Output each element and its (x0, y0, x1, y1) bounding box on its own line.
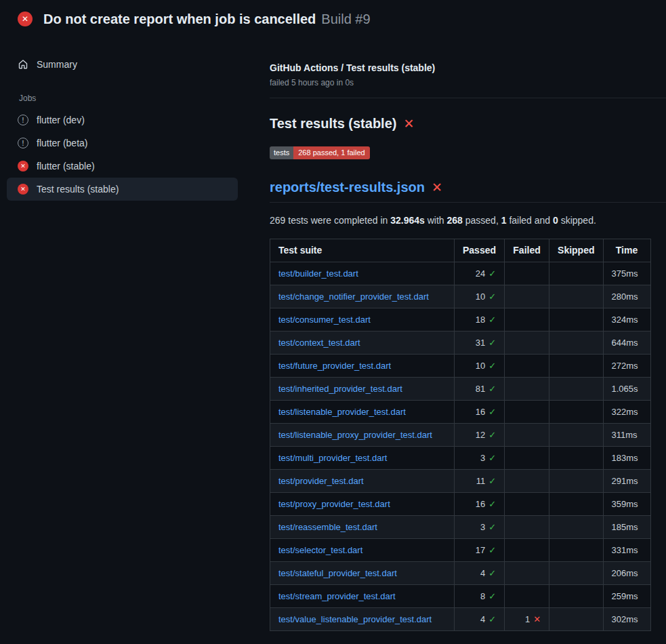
table-row: test/reassemble_test.dart 3✓ ✕ 185ms (270, 516, 651, 539)
time-cell: 359ms (603, 493, 650, 516)
test-suite-link[interactable]: test/context_test.dart (278, 338, 360, 348)
table-row: test/selector_test.dart 17✓ ✕ 331ms (270, 539, 651, 562)
passed-cell: 4✓ (455, 608, 505, 631)
run-build-number: Build #9 (321, 12, 370, 26)
sidebar-item-flutter-dev[interactable]: ! flutter (dev) (7, 108, 238, 132)
skipped-cell (549, 262, 603, 285)
test-suite-link[interactable]: test/listenable_provider_test.dart (278, 407, 406, 417)
badge-value: 268 passed, 1 failed (293, 146, 369, 159)
run-title-group: Do not create report when job is cancell… (43, 12, 371, 27)
test-suite-cell: test/builder_test.dart (270, 262, 455, 285)
table-row: test/context_test.dart 31✓ ✕ 644ms (270, 331, 651, 355)
run-failed-icon: ✕ (18, 12, 33, 26)
run-header: ✕ Do not create report when job is cance… (0, 0, 666, 38)
passed-count: 268 (447, 215, 463, 226)
column-header-time: Time (603, 239, 650, 262)
test-suite-link[interactable]: test/selector_test.dart (278, 545, 362, 555)
check-icon: ✓ (488, 499, 496, 509)
test-suite-cell: test/change_notifier_provider_test.dart (270, 285, 455, 308)
table-row: test/stream_provider_test.dart 8✓ ✕ 259m… (270, 585, 651, 608)
time-cell: 644ms (603, 331, 650, 355)
skipped-cell (549, 562, 603, 585)
warning-icon: ! (18, 138, 28, 148)
check-icon: ✓ (488, 315, 496, 325)
report-title: reports/test-results.json✕ (270, 180, 666, 203)
failed-cell: ✕ (505, 308, 549, 331)
failed-cell: ✕ (505, 447, 549, 470)
test-suite-cell: test/listenable_proxy_provider_test.dart (270, 424, 455, 447)
test-suite-link[interactable]: test/change_notifier_provider_test.dart (278, 291, 429, 302)
test-suite-cell: test/stream_provider_test.dart (270, 585, 455, 608)
skipped-cell (549, 493, 603, 516)
passed-cell: 8✓ (455, 585, 505, 608)
time-cell: 272ms (603, 355, 650, 378)
failed-cell: ✕ (505, 516, 549, 539)
report-link[interactable]: reports/test-results.json (270, 180, 425, 195)
test-suite-link[interactable]: test/value_listenable_provider_test.dart (278, 614, 432, 624)
skipped-cell (549, 424, 603, 447)
test-suite-link[interactable]: test/future_provider_test.dart (278, 361, 391, 371)
table-row: test/listenable_proxy_provider_test.dart… (270, 424, 651, 447)
test-suite-link[interactable]: test/builder_test.dart (278, 268, 358, 279)
test-suite-link[interactable]: test/consumer_test.dart (278, 315, 371, 325)
test-suite-cell: test/multi_provider_test.dart (270, 447, 455, 470)
badge-label: tests (270, 146, 293, 159)
time-cell: 311ms (603, 424, 650, 447)
test-suite-cell: test/consumer_test.dart (270, 308, 455, 331)
time-cell: 206ms (603, 562, 650, 585)
failed-cell: ✕ (505, 562, 549, 585)
time-cell: 322ms (603, 401, 650, 424)
sidebar-item-flutter-stable[interactable]: ✕ flutter (stable) (7, 155, 238, 178)
table-row: test/consumer_test.dart 18✓ ✕ 324ms (270, 308, 651, 331)
failed-cell: ✕ (505, 355, 549, 378)
skipped-cell (549, 470, 603, 493)
passed-cell: 17✓ (455, 539, 505, 562)
test-suite-link[interactable]: test/inherited_provider_test.dart (278, 384, 402, 394)
run-title: Do not create report when job is cancell… (43, 12, 316, 26)
table-row: test/inherited_provider_test.dart 81✓ ✕ … (270, 378, 651, 401)
test-suite-link[interactable]: test/stateful_provider_test.dart (278, 568, 397, 578)
results-table: Test suite Passed Failed Skipped Time te… (270, 239, 651, 631)
failed-x-icon: ✕ (403, 117, 414, 130)
skipped-cell (549, 447, 603, 470)
home-icon (18, 59, 28, 70)
warning-icon: ! (18, 115, 28, 125)
time-cell: 1.065s (603, 378, 650, 401)
test-suite-cell: test/listenable_provider_test.dart (270, 401, 455, 424)
failed-cell: ✕ (505, 539, 549, 562)
failed-cell: ✕ (505, 262, 549, 285)
test-suite-link[interactable]: test/proxy_provider_test.dart (278, 499, 390, 509)
check-icon: ✓ (488, 568, 496, 578)
sidebar-item-flutter-beta[interactable]: ! flutter (beta) (7, 132, 238, 155)
test-suite-link[interactable]: test/multi_provider_test.dart (278, 453, 387, 463)
summary-line: 269 tests were completed in 32.964s with… (270, 215, 666, 226)
sidebar-item-test-results-stable[interactable]: ✕ Test results (stable) (7, 178, 238, 201)
test-suite-link[interactable]: test/provider_test.dart (278, 476, 364, 486)
test-suite-cell: test/reassemble_test.dart (270, 516, 455, 539)
sidebar-summary-label: Summary (37, 59, 77, 70)
passed-cell: 31✓ (455, 331, 505, 355)
sidebar-item-summary[interactable]: Summary (7, 53, 238, 76)
skipped-cell (549, 401, 603, 424)
test-suite-link[interactable]: test/stream_provider_test.dart (278, 591, 396, 601)
test-suite-cell: test/future_provider_test.dart (270, 355, 455, 378)
main-content: GitHub Actions / Test results (stable) f… (264, 38, 666, 631)
failed-icon: ✕ (18, 161, 28, 172)
failed-cell: 1✕ (505, 608, 549, 631)
test-suite-link[interactable]: test/reassemble_test.dart (278, 522, 377, 532)
skipped-cell (549, 378, 603, 401)
test-suite-cell: test/value_listenable_provider_test.dart (270, 608, 455, 631)
column-header-passed: Passed (455, 239, 505, 262)
time-cell: 331ms (603, 539, 650, 562)
sidebar-item-label: flutter (dev) (37, 115, 85, 125)
check-icon: ✓ (488, 591, 496, 601)
failed-x-icon: ✕ (432, 181, 442, 194)
failed-cell: ✕ (505, 378, 549, 401)
test-suite-link[interactable]: test/listenable_proxy_provider_test.dart (278, 430, 432, 440)
table-row: test/provider_test.dart 11✓ ✕ 291ms (270, 470, 651, 493)
check-icon: ✓ (488, 291, 496, 302)
table-row: test/value_listenable_provider_test.dart… (270, 608, 651, 631)
table-row: test/future_provider_test.dart 10✓ ✕ 272… (270, 355, 651, 378)
time-cell: 291ms (603, 470, 650, 493)
sidebar-item-label: flutter (beta) (37, 138, 87, 148)
